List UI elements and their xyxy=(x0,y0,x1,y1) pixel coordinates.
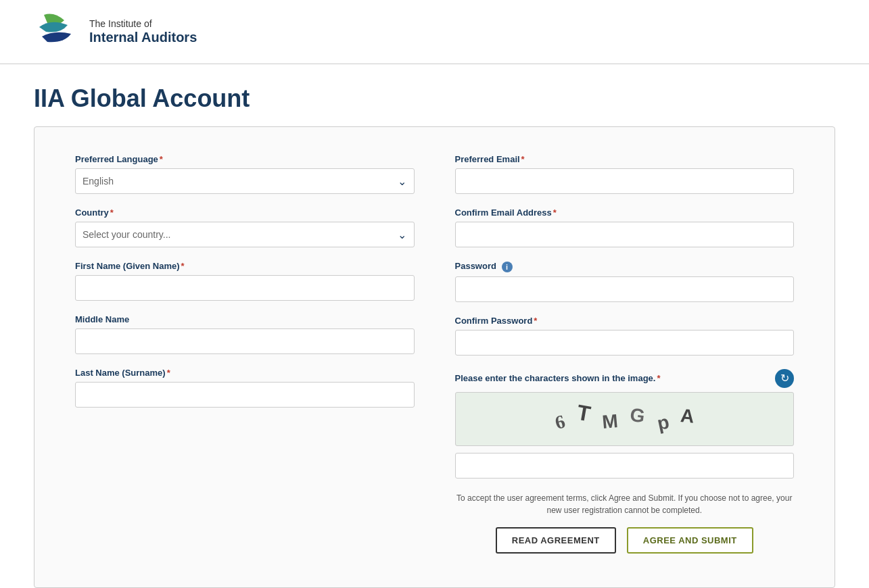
confirm-password-input[interactable] xyxy=(455,330,795,356)
required-star-country: * xyxy=(110,207,114,218)
confirm-password-label: Confirm Password* xyxy=(455,316,795,326)
captcha-char-5: p xyxy=(655,411,671,435)
middle-name-label: Middle Name xyxy=(75,314,415,324)
confirm-email-input[interactable] xyxy=(455,222,795,247)
read-agreement-button[interactable]: READ AGREEMENT xyxy=(496,527,616,554)
header: The Institute of Internal Auditors xyxy=(0,0,869,64)
captcha-image: 6 T M G p A xyxy=(455,392,795,446)
right-column: Preferred Email* Confirm Email Address* … xyxy=(455,154,795,554)
last-name-label: Last Name (Surname)* xyxy=(75,368,415,378)
form-container: Preferred Language* English Spanish Fren… xyxy=(34,126,835,588)
first-name-input[interactable] xyxy=(75,275,415,301)
password-label: Password i xyxy=(455,261,795,272)
captcha-label-row: Please enter the characters shown in the… xyxy=(455,369,795,388)
registration-form: Preferred Language* English Spanish Fren… xyxy=(75,154,794,554)
logo-line2: Internal Auditors xyxy=(89,29,197,45)
captcha-char-6: A xyxy=(680,405,695,428)
confirm-email-group: Confirm Email Address* xyxy=(455,207,795,247)
country-group: Country* Select your country... ⌄ xyxy=(75,207,415,247)
middle-name-group: Middle Name xyxy=(75,314,415,354)
preferred-language-wrapper: English Spanish French German ⌄ xyxy=(75,168,415,194)
captcha-char-2: T xyxy=(576,400,593,427)
middle-name-input[interactable] xyxy=(75,328,415,354)
info-icon[interactable]: i xyxy=(502,262,513,272)
logo-line1: The Institute of xyxy=(89,18,197,30)
required-star-cemail: * xyxy=(553,207,557,218)
page-title: IIA Global Account xyxy=(0,64,869,126)
required-star-captcha: * xyxy=(657,373,660,383)
country-select[interactable]: Select your country... xyxy=(75,222,415,247)
logo: The Institute of Internal Auditors xyxy=(34,8,197,55)
confirm-password-group: Confirm Password* xyxy=(455,316,795,356)
captcha-char-3: M xyxy=(601,410,619,433)
first-name-group: First Name (Given Name)* xyxy=(75,261,415,301)
password-group: Password i xyxy=(455,261,795,302)
captcha-group: Please enter the characters shown in the… xyxy=(455,369,795,479)
captcha-refresh-button[interactable]: ↻ xyxy=(775,369,794,388)
preferred-email-label: Preferred Email* xyxy=(455,154,795,164)
captcha-chars: 6 T M G p A xyxy=(541,406,707,431)
captcha-label-text: Please enter the characters shown in the… xyxy=(455,373,661,383)
first-name-label: First Name (Given Name)* xyxy=(75,261,415,271)
preferred-language-select[interactable]: English Spanish French German xyxy=(75,168,415,194)
buttons-row: READ AGREEMENT AGREE AND SUBMIT xyxy=(455,527,795,554)
preferred-email-group: Preferred Email* xyxy=(455,154,795,194)
left-column: Preferred Language* English Spanish Fren… xyxy=(75,154,415,554)
preferred-language-label: Preferred Language* xyxy=(75,154,415,164)
logo-text: The Institute of Internal Auditors xyxy=(89,18,197,46)
last-name-group: Last Name (Surname)* xyxy=(75,368,415,408)
captcha-input[interactable] xyxy=(455,453,795,479)
required-star-email: * xyxy=(521,154,525,164)
password-input[interactable] xyxy=(455,276,795,302)
confirm-email-label: Confirm Email Address* xyxy=(455,207,795,218)
agreement-text: To accept the user agreement terms, clic… xyxy=(455,492,795,516)
required-star-cpwd: * xyxy=(534,316,537,326)
captcha-char-4: G xyxy=(629,403,647,427)
required-star-fn: * xyxy=(181,261,185,271)
last-name-input[interactable] xyxy=(75,382,415,408)
captcha-char-1: 6 xyxy=(553,410,568,434)
logo-icon xyxy=(34,8,81,55)
country-wrapper: Select your country... ⌄ xyxy=(75,222,415,247)
required-star-ln: * xyxy=(167,368,170,378)
preferred-language-group: Preferred Language* English Spanish Fren… xyxy=(75,154,415,194)
required-star: * xyxy=(160,154,163,164)
agree-submit-button[interactable]: AGREE AND SUBMIT xyxy=(627,527,753,554)
preferred-email-input[interactable] xyxy=(455,168,795,194)
country-label: Country* xyxy=(75,207,415,218)
form-grid: Preferred Language* English Spanish Fren… xyxy=(75,154,794,554)
